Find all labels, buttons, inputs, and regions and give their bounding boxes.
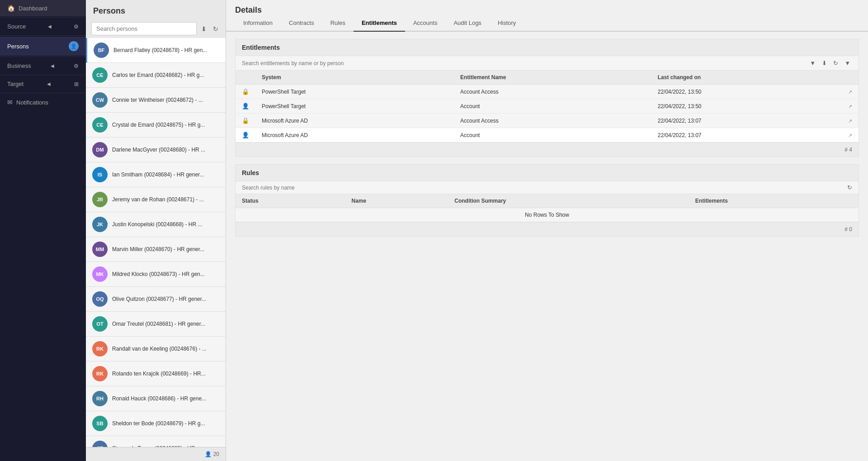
row-ext-link[interactable]: ↗: [842, 99, 859, 114]
rules-count: # 0: [844, 226, 852, 233]
table-row: No Rows To Show: [236, 208, 859, 222]
list-item[interactable]: ST Stacey de Tromp (00248685) - HR g...: [86, 436, 226, 447]
sidebar-item-source[interactable]: Source ◀ ⚙: [0, 19, 86, 34]
tab-audit-logs[interactable]: Audit Logs: [445, 15, 489, 32]
row-entitlement-name: Account: [454, 99, 651, 114]
table-row[interactable]: 🔒 Microsoft Azure AD Account Access 22/0…: [236, 114, 859, 128]
row-icon: 🔒: [236, 114, 255, 128]
avatar: ST: [92, 441, 108, 447]
sidebar-item-label: Business: [7, 62, 31, 69]
avatar: MM: [92, 242, 108, 257]
table-row[interactable]: 🔒 PowerShell Target Account Access 22/04…: [236, 85, 859, 99]
sidebar-item-target[interactable]: Target ◀ ⊞: [0, 76, 86, 92]
rules-search-bar: ↻: [236, 181, 859, 194]
person-name: Mildred Klocko (00248673) - HR gen...: [112, 271, 205, 277]
avatar: JR: [92, 192, 108, 207]
tab-entitlements[interactable]: Entitlements: [354, 15, 405, 32]
person-name: Justin Konopelski (00248668) - HR ...: [112, 221, 202, 228]
person-name: Omar Treutel (00248681) - HR gener...: [112, 321, 205, 327]
chevron-left-icon: ◀: [51, 63, 54, 68]
table-row[interactable]: 👤 Microsoft Azure AD Account 22/04/2022,…: [236, 128, 859, 143]
tab-contracts[interactable]: Contracts: [281, 15, 322, 32]
mail-icon: ✉: [7, 99, 13, 106]
entitlements-section-title: Entitlements: [236, 39, 859, 56]
person-name: Sheldon ter Bode (00248679) - HR g...: [112, 420, 205, 427]
list-item[interactable]: CW Connie ter Wintheiser (00248672) - ..…: [86, 88, 226, 113]
list-item[interactable]: MM Marvin Miller (00248670) - HR gener..…: [86, 237, 226, 262]
persons-search-input[interactable]: [91, 22, 197, 35]
list-item[interactable]: SB Sheldon ter Bode (00248679) - HR g...: [86, 411, 226, 436]
avatar: RK: [92, 341, 108, 356]
avatar: RH: [92, 391, 108, 406]
list-item[interactable]: JK Justin Konopelski (00248668) - HR ...: [86, 212, 226, 237]
sidebar-item-dashboard[interactable]: 🏠 Dashboard: [0, 0, 86, 16]
row-ext-link[interactable]: ↗: [842, 85, 859, 99]
persons-search-bar: ⬇ ↻: [86, 19, 226, 38]
details-panel: Details InformationContractsRulesEntitle…: [226, 0, 868, 461]
tab-accounts[interactable]: Accounts: [405, 15, 445, 32]
list-item[interactable]: DM Darlene MacGyver (00248680) - HR ...: [86, 138, 226, 162]
row-icon: 👤: [236, 128, 255, 143]
avatar: CW: [92, 92, 108, 108]
avatar: MK: [92, 266, 108, 282]
col-condition-summary: Condition Summary: [448, 194, 689, 208]
row-ext-link[interactable]: ↗: [842, 114, 859, 128]
sidebar-item-business[interactable]: Business ◀ ⚙: [0, 58, 86, 74]
sidebar-item-persons[interactable]: Persons 👤: [0, 37, 86, 56]
tab-history[interactable]: History: [490, 15, 524, 32]
list-item[interactable]: RK Rolando ten Krajcik (00248669) - HR..…: [86, 361, 226, 386]
list-item[interactable]: OQ Olive Quitzon (00248677) - HR gener..…: [86, 287, 226, 312]
expand-button[interactable]: ▼: [843, 59, 852, 67]
list-item[interactable]: JR Jeremy van de Rohan (00248671) - ...: [86, 187, 226, 212]
person-name: Randall van de Keeling (00248676) - ...: [112, 346, 207, 352]
col-link: [842, 71, 859, 85]
list-item[interactable]: IS Ian Smitham (00248684) - HR gener...: [86, 162, 226, 187]
persons-panel: Persons ⬇ ↻ BF Bernard Flatley (00248678…: [86, 0, 226, 461]
list-item[interactable]: OT Omar Treutel (00248681) - HR gener...: [86, 312, 226, 337]
list-item[interactable]: RK Randall van de Keeling (00248676) - .…: [86, 337, 226, 361]
chevron-left-icon: ◀: [47, 81, 51, 86]
filter-button[interactable]: ▼: [808, 59, 817, 67]
sidebar-item-notifications[interactable]: ✉ Notifications: [0, 94, 86, 110]
person-name: Jeremy van de Rohan (00248671) - ...: [112, 196, 204, 203]
entitlements-search-input[interactable]: [242, 60, 808, 67]
persons-list: BF Bernard Flatley (00248678) - HR gen..…: [86, 38, 226, 447]
row-date: 22/04/2022, 13:07: [651, 114, 842, 128]
row-entitlement-name: Account Access: [454, 114, 651, 128]
tab-rules[interactable]: Rules: [322, 15, 354, 32]
tab-information[interactable]: Information: [235, 15, 281, 32]
refresh-button[interactable]: ↻: [211, 24, 220, 34]
row-icon: 🔒: [236, 85, 255, 99]
list-item[interactable]: RH Ronald Hauck (00248686) - HR gene...: [86, 386, 226, 411]
list-item[interactable]: CE Crystal de Emard (00248675) - HR g...: [86, 113, 226, 138]
col-entitlements: Entitlements: [689, 194, 859, 208]
person-name: Marvin Miller (00248670) - HR gener...: [112, 246, 204, 252]
rules-search-input[interactable]: [242, 185, 847, 191]
chevron-left-icon: ◀: [48, 24, 52, 29]
refresh-button[interactable]: ↻: [831, 59, 840, 67]
rules-table: Status Name Condition Summary Entitlemen…: [236, 194, 859, 222]
tabs-bar: InformationContractsRulesEntitlementsAcc…: [226, 15, 868, 32]
row-entitlement-name: Account: [454, 128, 651, 143]
download-button[interactable]: ⬇: [199, 24, 208, 34]
rules-refresh-button[interactable]: ↻: [847, 184, 852, 191]
entitlements-section: Entitlements ▼ ⬇ ↻ ▼ System: [235, 39, 859, 157]
gear-icon: ⚙: [74, 24, 79, 30]
row-system: Microsoft Azure AD: [255, 114, 454, 128]
row-ext-link[interactable]: ↗: [842, 128, 859, 143]
person-name: Crystal de Emard (00248675) - HR g...: [112, 122, 205, 128]
avatar: CE: [92, 67, 108, 83]
persons-title: Persons: [86, 0, 226, 19]
download-button[interactable]: ⬇: [820, 59, 829, 67]
col-status: Status: [236, 194, 345, 208]
person-name: Ian Smitham (00248684) - HR gener...: [112, 171, 204, 178]
list-item[interactable]: BF Bernard Flatley (00248678) - HR gen..…: [86, 38, 226, 63]
person-name: Rolando ten Krajcik (00248669) - HR...: [112, 371, 206, 377]
person-name: Bernard Flatley (00248678) - HR gen...: [113, 47, 207, 53]
list-item[interactable]: MK Mildred Klocko (00248673) - HR gen...: [86, 262, 226, 287]
person-name: Carlos ter Emard (00248682) - HR g...: [112, 72, 204, 78]
avatar: IS: [92, 167, 108, 182]
table-row[interactable]: 👤 PowerShell Target Account 22/04/2022, …: [236, 99, 859, 114]
sidebar: 🏠 Dashboard Source ◀ ⚙ Persons 👤 Busines…: [0, 0, 86, 461]
list-item[interactable]: CE Carlos ter Emard (00248682) - HR g...: [86, 63, 226, 88]
